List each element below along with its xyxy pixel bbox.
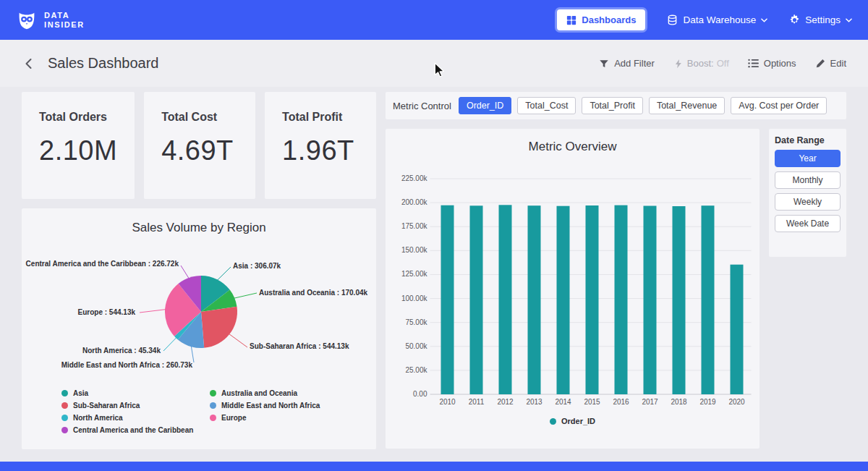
kpi-value: 1.96T [282,135,359,166]
x-tick-label: 2018 [671,398,687,406]
pie-label-middle-east-north-africa: Middle East and North Africa : 260.73k [61,361,192,369]
kpi-label: Total Cost [161,111,238,124]
bar-2015[interactable] [586,205,599,394]
metric-control-options: Order_IDTotal_CostTotal_ProfitTotal_Reve… [459,97,827,114]
pie-leader-line [232,293,257,299]
metric-option-total-cost[interactable]: Total_Cost [517,97,576,114]
bar-chart-svg: 0.0025.00k50.00k75.00k100.00k125.00k150.… [386,155,760,412]
legend-item-europe[interactable]: Europe [210,413,320,423]
bar-2014[interactable] [557,206,570,394]
header-actions: Add Filter Boost: Off Options Edit [599,58,846,69]
add-filter-label: Add Filter [614,58,655,69]
dashboards-label: Dashboards [582,14,636,25]
filter-funnel-icon [599,59,609,69]
date-range-panel: Date Range YearMonthlyWeeklyWeek Date [769,129,846,257]
pie-label-sub-saharan-africa: Sub-Saharan Africa : 544.13k [250,342,349,350]
legend-dot [61,402,68,409]
bar-2018[interactable] [673,206,686,394]
x-tick-label: 2014 [555,398,571,406]
y-tick-label: 75.00k [405,318,427,326]
left-column: Total Orders 2.10M Total Cost 4.69T Tota… [22,92,376,449]
dashboards-button[interactable]: Dashboards [557,9,645,30]
date-range-weekly[interactable]: Weekly [775,193,841,211]
bar-2013[interactable] [528,205,541,394]
bar-2011[interactable] [470,205,483,394]
chevron-down-icon [761,18,767,22]
x-tick-label: 2015 [584,398,600,406]
pie-label-europe: Europe : 544.13k [78,308,135,316]
settings-menu[interactable]: Settings [789,14,852,25]
legend-dot [210,402,216,409]
x-tick-label: 2019 [699,398,716,406]
y-tick-label: 50.00k [405,342,427,350]
y-tick-label: 25.00k [405,366,427,374]
data-warehouse-menu[interactable]: Data Warehouse [667,14,767,25]
boost-label: Boost: [687,58,714,69]
boost-toggle[interactable]: Boost: Off [673,58,729,69]
bar-2019[interactable] [702,205,715,394]
x-tick-label: 2012 [497,398,514,406]
metric-option-avg-cost-per-order[interactable]: Avg. Cost per Order [731,97,827,114]
legend-label: Middle East and North Africa [221,401,320,410]
back-button[interactable] [22,56,36,71]
date-range-year[interactable]: Year [775,150,841,167]
legend-label: Order_ID [561,417,595,425]
pie-leader-line [163,336,178,351]
metric-option-order-id[interactable]: Order_ID [459,97,511,114]
metric-option-total-profit[interactable]: Total_Profit [582,97,643,114]
legend-item-sub-saharan-africa[interactable]: Sub-Saharan Africa [61,401,210,410]
legend-item-asia[interactable]: Asia [61,389,210,398]
options-button[interactable]: Options [748,58,796,69]
legend-label: North America [73,413,123,423]
pie-leader-line [181,266,190,280]
metric-control-bar: Metric Control Order_IDTotal_CostTotal_P… [386,92,846,119]
date-range-monthly[interactable]: Monthly [775,171,841,189]
brand-line-1: DATA [44,11,85,20]
chevron-left-icon [23,58,35,69]
pie-chart-title: Sales Volume by Region [22,220,376,236]
right-column: Metric Control Order_IDTotal_CostTotal_P… [386,92,846,449]
legend-dot [61,390,68,396]
bar-2010[interactable] [441,205,454,394]
bar-2016[interactable] [615,205,628,394]
chevron-down-icon [846,18,852,22]
bar-2020[interactable] [731,265,744,394]
legend-dot [61,427,68,433]
x-tick-label: 2011 [469,398,485,406]
kpi-card-total-cost: Total Cost 4.69T [144,92,255,199]
metric-control-label: Metric Control [393,101,451,111]
dashboards-grid-icon [566,15,576,25]
y-tick-label: 100.00k [401,294,428,302]
metric-option-total-revenue[interactable]: Total_Revenue [649,97,725,114]
bar-2012[interactable] [499,205,512,394]
y-tick-label: 200.00k [401,198,428,206]
page-title: Sales Dashboard [48,55,158,72]
date-range-week-date[interactable]: Week Date [775,215,841,232]
legend-item-australia-and-oceania[interactable]: Australia and Oceania [210,389,320,398]
legend-label: Europe [221,413,246,423]
legend-item-north-america[interactable]: North America [61,413,210,423]
x-tick-label: 2017 [642,398,658,406]
pie-slice-sub-saharan-africa[interactable] [201,307,237,348]
pie-legend: AsiaSub-Saharan AfricaNorth AmericaCentr… [22,389,376,435]
chart-row: Metric Overview 0.0025.00k50.00k75.00k10… [386,129,846,449]
bar-2017[interactable] [644,206,657,395]
legend-dot [210,390,216,396]
y-tick-label: 125.00k [401,270,428,278]
dashboard-body: Total Orders 2.10M Total Cost 4.69T Tota… [0,87,868,449]
brand[interactable]: DATA INSIDER [16,9,85,31]
bar-chart-legend[interactable]: Order_ID [386,417,760,425]
settings-gear-icon [789,14,800,25]
kpi-label: Total Orders [39,111,117,124]
owl-logo-icon [16,9,38,31]
legend-item-central-america-and-the-caribbean[interactable]: Central America and the Caribbean [61,425,210,435]
legend-label: Central America and the Caribbean [73,425,193,435]
settings-label: Settings [805,14,841,25]
edit-button[interactable]: Edit [815,58,846,69]
x-tick-label: 2016 [613,398,629,406]
add-filter-button[interactable]: Add Filter [599,58,655,69]
boost-state: Off [717,58,729,69]
legend-item-middle-east-and-north-africa[interactable]: Middle East and North Africa [210,401,320,410]
x-tick-label: 2010 [439,398,456,406]
edit-pencil-icon [815,59,825,69]
